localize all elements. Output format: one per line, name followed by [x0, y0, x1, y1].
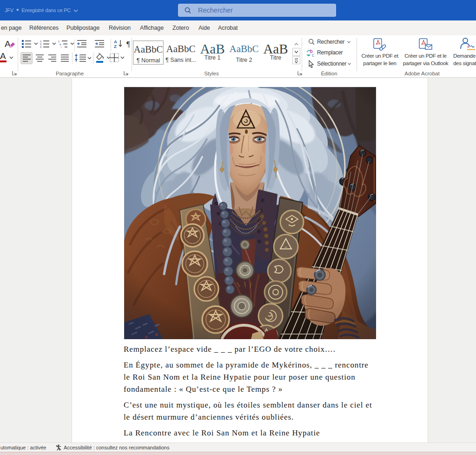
svg-text:c: c — [312, 53, 314, 58]
svg-text:¶: ¶ — [126, 40, 130, 48]
svg-text:x: x — [467, 44, 469, 49]
svg-text:3: 3 — [40, 46, 42, 48]
svg-text:Z: Z — [114, 44, 117, 48]
svg-text:i: i — [61, 46, 61, 48]
svg-text:A: A — [0, 51, 6, 61]
